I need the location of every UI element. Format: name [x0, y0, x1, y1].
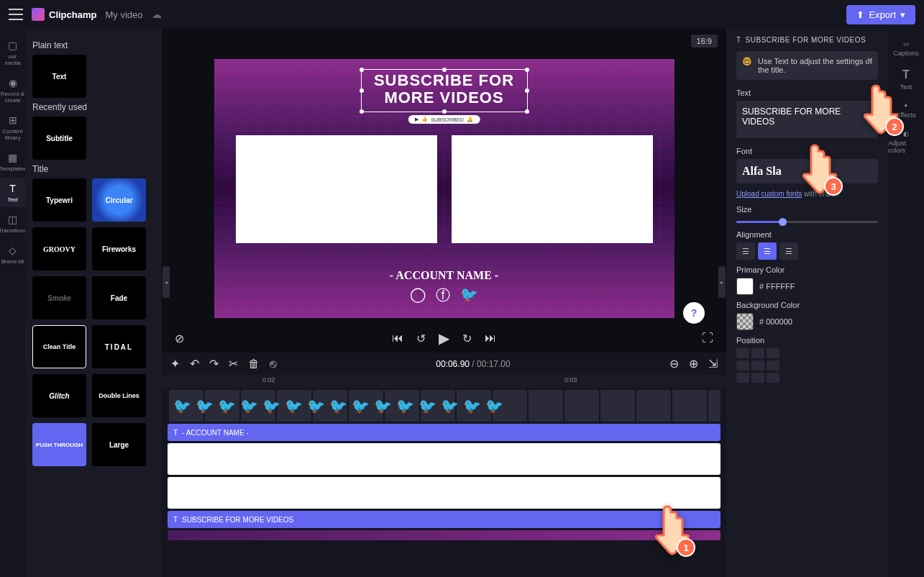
rail-brand[interactable]: ◇Brand kit [0, 240, 25, 269]
bg-color-swatch[interactable] [736, 313, 754, 330]
track-account-name[interactable]: T - ACCOUNT NAME - [168, 424, 721, 441]
thumb-subtitle[interactable]: Subtitle [32, 117, 86, 160]
brand-icon: ◇ [6, 244, 19, 257]
align-left-button[interactable]: ☰ [736, 242, 755, 260]
pos-tr[interactable] [767, 348, 779, 358]
thumb-push[interactable]: PUSH THROUGH [32, 423, 86, 466]
video-name[interactable]: My video [105, 9, 142, 20]
library-icon: ⊞ [6, 114, 19, 127]
track-placeholder-2[interactable] [168, 477, 721, 509]
help-button[interactable]: ? [683, 302, 705, 324]
rail-captions[interactable]: ▭Captions [888, 35, 924, 63]
menu-button[interactable] [9, 9, 23, 20]
facebook-icon: ⓕ [436, 286, 450, 305]
section-recent: Recently used [32, 102, 155, 112]
pos-mc[interactable] [751, 360, 764, 371]
thumb-typewriter[interactable]: Typewri [32, 178, 86, 222]
fit-button[interactable]: ⇲ [708, 357, 718, 371]
thumb-smoke[interactable]: Smoke [32, 276, 86, 319]
pos-tc[interactable] [751, 348, 764, 358]
track-background[interactable] [168, 530, 721, 540]
youtube-icon: ▶ [415, 117, 418, 122]
panel-title: T SUBSCRIBE FOR MORE VIDEOS [736, 36, 878, 44]
text-styles-panel: Plain text Text Recently used Subtitle T… [25, 29, 162, 577]
rewind-icon[interactable]: ↺ [416, 332, 426, 345]
rail-text-panel[interactable]: TText [888, 63, 924, 96]
pos-ml[interactable] [736, 360, 749, 371]
thumb-groovy[interactable]: GROOVY [32, 227, 86, 271]
thumb-double[interactable]: Double Lines [92, 374, 146, 417]
forward-icon[interactable]: ↻ [462, 332, 472, 345]
rail-effects[interactable]: ✦Effects [888, 96, 924, 124]
rail-record[interactable]: ◉Record & create [0, 72, 25, 108]
thumb-clean[interactable]: Clean Title [32, 325, 86, 368]
label-text: Text [736, 88, 878, 97]
captions-off-icon[interactable]: ⊘ [175, 332, 184, 345]
zoom-out-button[interactable]: ⊖ [669, 357, 679, 371]
label-alignment: Alignment [736, 230, 878, 239]
right-rail: ▭Captions TText ✦Effects ◐Adjust colors [888, 29, 924, 577]
aspect-ratio[interactable]: 16:9 [691, 35, 718, 47]
track-twitter[interactable]: 🐦🐦🐦🐦🐦🐦🐦🐦🐦🐦🐦🐦🐦🐦🐦 [168, 390, 721, 422]
text-track-icon: T [173, 516, 178, 524]
adjust-icon: ◐ [903, 130, 909, 137]
rail-library[interactable]: ⊞Content library [0, 109, 25, 145]
delete-button[interactable]: 🗑 [248, 358, 260, 371]
rail-text[interactable]: TText [0, 178, 25, 207]
pos-br[interactable] [767, 373, 779, 383]
rail-media[interactable]: ▢our media [0, 35, 25, 71]
magic-icon[interactable]: ✦ [170, 357, 180, 371]
rail-adjust-colors[interactable]: ◐Adjust colors [888, 124, 924, 160]
align-center-button[interactable]: ☰ [758, 242, 777, 260]
rail-transitions[interactable]: ◫Transitions [0, 209, 25, 238]
playback-controls: ⊘ ⏮ ↺ ▶ ↻ ⏭ ⛶ ? [162, 324, 726, 353]
font-selector[interactable]: Alfa Sla [736, 159, 878, 183]
instagram-icon: ◯ [410, 286, 426, 305]
app-name: Clipchamp [49, 9, 96, 20]
thumb-large[interactable]: Large [92, 423, 146, 466]
sync-icon: ☁ [152, 9, 162, 20]
skip-back-icon[interactable]: ⏮ [392, 332, 403, 345]
chevron-down-icon: ▾ [900, 9, 905, 20]
title-text-element[interactable]: SUBSCRIBE FOR MORE VIDEOS [374, 72, 514, 106]
upload-fonts-link[interactable]: Upload custom fonts [736, 190, 802, 198]
timeline-toolbar: ✦ ↶ ↷ ✂ 🗑 ⎋ 00:06.90 / 00:17.00 ⊖ ⊕ ⇲ [162, 353, 726, 375]
thumb-text[interactable]: Text [32, 55, 86, 98]
thumb-icon: 👍 [421, 117, 428, 122]
pos-mr[interactable] [767, 360, 779, 371]
track-placeholder-1[interactable] [168, 443, 721, 475]
hint-emoji: 🤓 [742, 57, 752, 74]
primary-color-swatch[interactable] [736, 278, 754, 295]
export-button[interactable]: ⬆ Export ▾ [846, 5, 915, 24]
thumb-glitch[interactable]: Glitch [32, 374, 86, 417]
slider-thumb[interactable] [779, 218, 787, 226]
undo-button[interactable]: ↶ [190, 357, 199, 371]
left-rail: ▢our media ◉Record & create ⊞Content lib… [0, 29, 25, 577]
timeline-ruler[interactable]: 0:02 0:03 [162, 375, 726, 388]
rail-templates[interactable]: ▦Templates [0, 147, 25, 176]
zoom-in-button[interactable]: ⊕ [689, 357, 698, 371]
fullscreen-icon[interactable]: ⛶ [702, 332, 713, 345]
skip-forward-icon[interactable]: ⏭ [485, 332, 496, 345]
close-hint-button[interactable]: ✕ [866, 55, 874, 65]
size-slider[interactable] [736, 221, 878, 223]
pos-tl[interactable] [736, 348, 749, 358]
thumb-fade[interactable]: Fade [92, 276, 146, 319]
bell-icon: 🔔 [467, 117, 473, 122]
track-subscribe-text[interactable]: T SUBSCRIBE FOR MORE VIDEOS [168, 511, 721, 528]
thumb-tidal[interactable]: TIDAL [92, 325, 146, 368]
text-input[interactable] [736, 101, 878, 138]
section-title: Title [32, 164, 155, 174]
thumb-circular[interactable]: Circular [92, 178, 146, 222]
play-button[interactable]: ▶ [439, 330, 449, 347]
split-button[interactable]: ⎋ [270, 358, 277, 371]
cut-button[interactable]: ✂ [229, 357, 238, 371]
pos-bl[interactable] [736, 373, 749, 383]
redo-button[interactable]: ↷ [209, 357, 219, 371]
video-preview[interactable]: SUBSCRIBE FOR MORE VIDEOS ▶ 👍 SUBSCRIBED… [214, 59, 674, 318]
pos-bc[interactable] [751, 373, 764, 383]
hint-box: 🤓 Use Text to adjust the settings of the… [736, 51, 878, 80]
thumb-fireworks[interactable]: Fireworks [92, 227, 146, 271]
align-right-button[interactable]: ☰ [779, 242, 798, 260]
app-logo[interactable]: Clipchamp [32, 8, 96, 21]
